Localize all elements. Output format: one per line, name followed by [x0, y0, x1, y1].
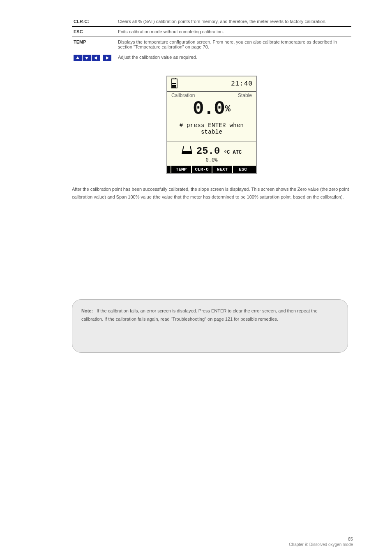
battery-icon — [171, 78, 178, 90]
arrow-left-icon — [92, 55, 100, 61]
status-label: Stable — [238, 92, 252, 98]
temp-value: 25.0 — [196, 146, 220, 157]
post-calibration-text: After the calibration point has been suc… — [72, 185, 351, 201]
svg-marker-2 — [94, 56, 97, 60]
svg-rect-7 — [172, 85, 176, 86]
svg-marker-0 — [76, 56, 79, 59]
svg-marker-3 — [106, 56, 109, 60]
softkey-esc[interactable]: ESC — [232, 166, 253, 173]
svg-rect-9 — [182, 151, 191, 154]
svg-rect-8 — [172, 86, 176, 88]
arrow-right-icon — [103, 55, 111, 61]
page-footer: 65 Chapter 9: Dissolved oxygen mode — [271, 536, 353, 547]
mode-label: Calibration — [171, 92, 195, 98]
note-box: Note: If the calibration fails, an error… — [72, 299, 348, 353]
key-arrows — [72, 52, 116, 64]
cal-value: 0.0% — [167, 157, 256, 166]
reading-unit: % — [225, 104, 231, 114]
softkey-clr-c[interactable]: CLR-C — [191, 166, 212, 173]
lcd-display: 21:40 Calibration Stable 0.0% # press EN… — [166, 76, 257, 174]
arrow-up-icon — [74, 55, 82, 61]
softkey-next[interactable]: NEXT — [212, 166, 232, 173]
key-esc: ESC — [72, 27, 116, 37]
desc-esc: Exits calibration mode without completin… — [116, 27, 351, 37]
note-text: If the calibration fails, an error scree… — [81, 308, 318, 321]
temp-unit: ºC ATC — [224, 150, 242, 155]
desc-arrows: Adjust the calibration value as required… — [116, 52, 351, 64]
key-clr-c: CLR-C: — [72, 16, 116, 27]
softkey-description-table: CLR-C: Clears all % (SAT) calibration po… — [72, 16, 351, 64]
key-temp: TEMP — [72, 37, 116, 52]
desc-clr-c: Clears all % (SAT) calibration points fr… — [116, 16, 351, 27]
prompt-text: # press ENTER when stable — [167, 120, 256, 141]
beaker-icon — [182, 146, 192, 157]
desc-temp: Displays the temperature configuration s… — [116, 37, 351, 52]
arrow-down-icon — [83, 55, 91, 61]
page-number: 65 — [271, 536, 353, 541]
reading-value: 0.0 — [193, 98, 224, 120]
note-label: Note: — [81, 308, 93, 313]
chapter-title: Chapter 9: Dissolved oxygen mode — [271, 542, 353, 547]
svg-rect-6 — [172, 83, 176, 84]
softkey-temp[interactable]: TEMP — [171, 166, 191, 173]
clock-time: 21:40 — [231, 80, 253, 88]
softkey-bar: TEMP CLR-C NEXT ESC — [167, 166, 256, 173]
svg-marker-1 — [85, 57, 88, 60]
